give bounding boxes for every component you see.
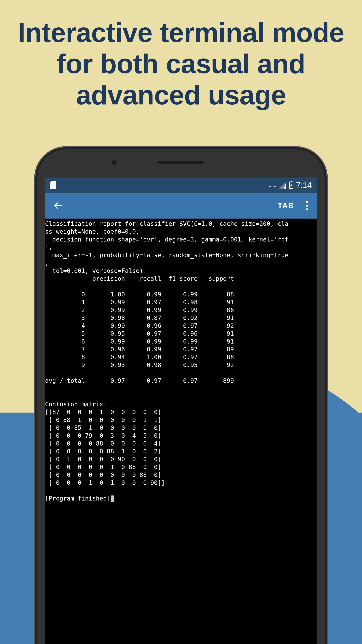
battery-charging-icon: ⚡ — [290, 182, 293, 188]
promo-headline: Interactive terminal mode for both casua… — [0, 17, 362, 111]
device-front-camera — [112, 160, 117, 165]
signal-icon — [279, 182, 286, 188]
arrow-left-icon — [53, 201, 63, 211]
sd-card-icon — [50, 181, 56, 189]
status-clock: 7:14 — [296, 181, 312, 190]
dot-icon — [306, 205, 308, 207]
network-lte-label: LTE — [269, 183, 276, 188]
dot-icon — [306, 201, 308, 203]
tab-key-button[interactable]: TAB — [273, 198, 299, 214]
status-bar: LTE ⚡ 7:14 — [45, 178, 317, 193]
device-frame: LTE ⚡ 7:14 TAB Classification report for… — [34, 146, 328, 644]
terminal-output[interactable]: Classification report for classifier SVC… — [45, 218, 317, 644]
battery-icon: ⚡ — [289, 182, 293, 189]
terminal-cursor — [111, 496, 114, 502]
back-button[interactable] — [53, 200, 63, 211]
dot-icon — [306, 208, 308, 210]
device-screen: LTE ⚡ 7:14 TAB Classification report for… — [45, 178, 317, 644]
app-toolbar: TAB — [45, 193, 317, 218]
device-speaker — [158, 160, 204, 164]
overflow-menu-button[interactable] — [303, 199, 311, 212]
